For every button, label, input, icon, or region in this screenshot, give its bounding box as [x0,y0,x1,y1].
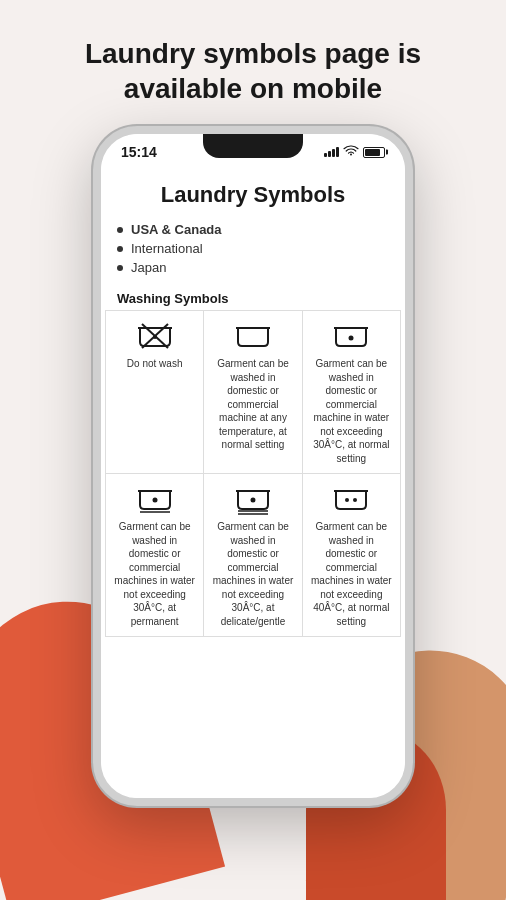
wash-40-text: Garment can be washed in domestic or com… [309,520,394,628]
battery-icon [363,147,385,158]
wash-30-delicate-text: Garment can be washed in domestic or com… [210,520,295,628]
wifi-icon [344,146,358,159]
screen-content[interactable]: Laundry Symbols USA & Canada Internation… [101,166,405,798]
symbol-cell-do-not-wash: Do not wash [106,311,204,473]
page-headline: Laundry symbols page is available on mob… [0,36,506,106]
svg-point-3 [349,336,354,341]
nav-item-usa[interactable]: USA & Canada [117,220,389,239]
wash-30-perm-icon [135,482,175,514]
svg-point-6 [250,498,255,503]
nav-item-international[interactable]: International [117,239,389,258]
nav-label-japan: Japan [131,260,166,275]
wash-30-delicate-icon [233,482,273,514]
wash-30-icon [331,319,371,351]
symbol-row-1: Do not wash Garment can be washed in dom… [106,311,401,474]
nav-item-japan[interactable]: Japan [117,258,389,277]
status-icons [324,146,385,159]
nav-bullet-usa [117,227,123,233]
app-title: Laundry Symbols [101,166,405,220]
nav-bullet-international [117,246,123,252]
wash-30-perm-text: Garment can be washed in domestic or com… [112,520,197,628]
nav-label-international: International [131,241,203,256]
phone-notch [203,134,303,158]
wash-any-text: Garment can be washed in domestic or com… [210,357,295,452]
symbol-row-2: Garment can be washed in domestic or com… [106,474,401,637]
do-not-wash-icon [135,319,175,351]
wash-any-icon [233,319,273,351]
symbol-cell-wash-30-perm: Garment can be washed in domestic or com… [106,474,204,636]
svg-point-9 [345,498,349,502]
signal-icon [324,147,339,157]
wash-40-icon [331,482,371,514]
symbol-grid: Do not wash Garment can be washed in dom… [105,310,401,637]
symbol-cell-wash-any: Garment can be washed in domestic or com… [204,311,302,473]
symbol-cell-wash-30-delicate: Garment can be washed in domestic or com… [204,474,302,636]
symbol-cell-wash-40: Garment can be washed in domestic or com… [303,474,401,636]
do-not-wash-text: Do not wash [127,357,183,371]
nav-links: USA & Canada International Japan [101,220,405,285]
phone-frame: 15:14 [93,126,413,806]
wash-30-text: Garment can be washed in domestic or com… [309,357,394,465]
status-time: 15:14 [121,144,157,160]
svg-point-4 [152,498,157,503]
symbol-cell-wash-30: Garment can be washed in domestic or com… [303,311,401,473]
svg-point-10 [353,498,357,502]
nav-bullet-japan [117,265,123,271]
section-header: Washing Symbols [101,285,405,310]
nav-label-usa: USA & Canada [131,222,222,237]
phone-screen: 15:14 [101,134,405,798]
